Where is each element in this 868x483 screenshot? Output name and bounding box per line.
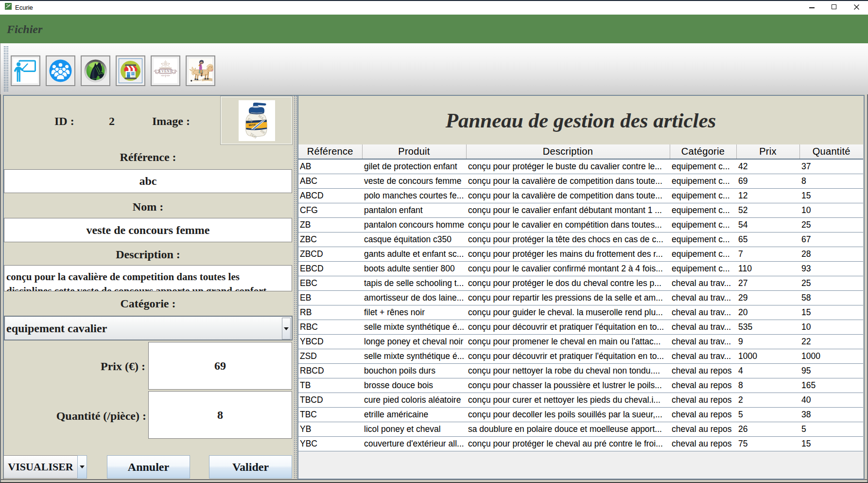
svg-text:EVENT: EVENT <box>159 69 172 73</box>
